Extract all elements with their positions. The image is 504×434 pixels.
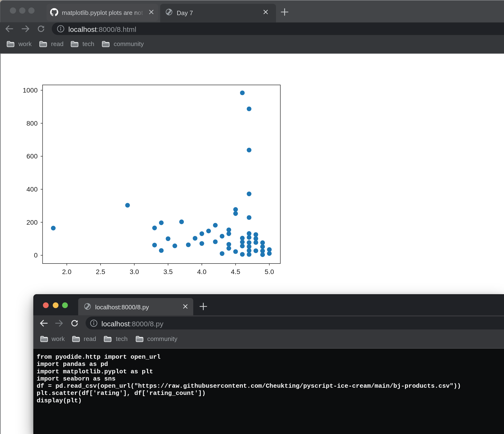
- svg-text:1000: 1000: [23, 87, 38, 94]
- svg-text:800: 800: [26, 120, 38, 127]
- svg-text:600: 600: [26, 153, 38, 160]
- svg-text:400: 400: [26, 186, 38, 193]
- svg-text:2.0: 2.0: [62, 268, 72, 275]
- svg-text:0: 0: [34, 252, 38, 259]
- svg-text:4.5: 4.5: [231, 268, 240, 275]
- svg-text:2.5: 2.5: [96, 268, 105, 275]
- svg-text:3.5: 3.5: [163, 268, 173, 275]
- svg-text:5.0: 5.0: [265, 268, 274, 275]
- svg-text:3.0: 3.0: [130, 268, 139, 275]
- svg-text:4.0: 4.0: [197, 268, 207, 275]
- svg-text:200: 200: [26, 219, 38, 226]
